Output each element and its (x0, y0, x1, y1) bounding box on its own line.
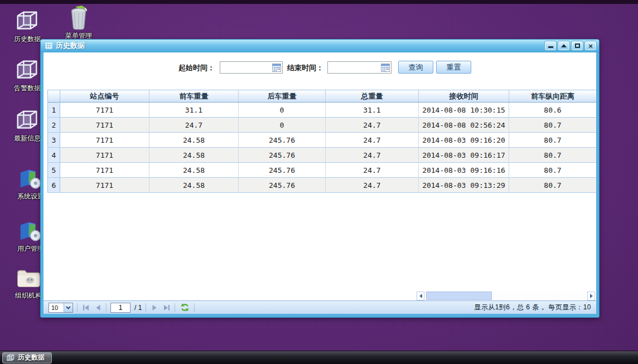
minimize-icon[interactable] (545, 41, 556, 50)
row-number-header (48, 90, 60, 102)
table-row[interactable]: 2 7171 24.7 0 24.7 2014-08-08 02:56:24 8… (48, 118, 596, 133)
cell-rear-weight: 0 (239, 103, 326, 117)
pagination-bar: 10 / 1 (44, 300, 596, 314)
end-time-label: 结束时间： (287, 63, 323, 73)
cell-station-id: 7171 (60, 148, 149, 162)
page-size-value: 10 (49, 303, 64, 312)
window-title: 历史数据 (56, 41, 85, 51)
desktop-icon-label: 历史数据 (14, 35, 41, 44)
row-number: 6 (48, 178, 60, 192)
row-number: 5 (48, 163, 60, 177)
row-number: 4 (48, 148, 60, 162)
row-number: 3 (48, 133, 60, 147)
horizontal-scrollbar (417, 292, 595, 300)
scrollbar-track[interactable] (424, 292, 587, 300)
cell-rear-weight: 245.76 (239, 178, 326, 192)
cell-receive-time: 2014-08-03 09:16:20 (419, 133, 509, 147)
cell-receive-time: 2014-08-03 09:16:16 (419, 163, 509, 177)
calendar-icon[interactable] (381, 64, 390, 72)
column-header[interactable]: 接收时间 (419, 90, 509, 102)
grid-header-row: 站点编号 前车重量 后车重量 总重量 接收时间 前车纵向距离 (48, 90, 596, 103)
start-time-label: 起始时间： (178, 63, 215, 73)
cell-front-distance: 80.7 (509, 118, 596, 132)
cell-station-id: 7171 (60, 133, 149, 147)
page-number-input[interactable] (110, 303, 130, 313)
cell-rear-weight: 245.76 (239, 163, 326, 177)
table-row[interactable]: 5 7171 24.58 245.76 24.7 2014-08-03 09:1… (48, 163, 596, 178)
cell-rear-weight: 245.76 (239, 133, 326, 147)
cell-total-weight: 24.7 (326, 163, 419, 177)
desktop-icon-label: 组织机构 (15, 291, 42, 300)
trash-icon (66, 5, 91, 31)
cell-front-distance: 80.6 (509, 103, 596, 117)
chevron-down-icon[interactable] (64, 303, 72, 312)
desktop-icon-label: 最新信息 (14, 134, 41, 143)
window-grid-icon (45, 42, 52, 49)
page-size-select[interactable]: 10 (49, 303, 73, 313)
refresh-icon[interactable] (179, 303, 190, 312)
first-page-icon[interactable] (81, 303, 90, 312)
scroll-right-icon[interactable] (587, 292, 595, 300)
end-time-input[interactable] (327, 61, 392, 74)
cube-icon (14, 57, 40, 83)
column-header[interactable]: 前车纵向距离 (509, 90, 596, 102)
collapse-icon[interactable] (558, 41, 569, 50)
search-form: 起始时间： (44, 61, 596, 74)
desktop-top-strip (0, 0, 638, 4)
cell-front-weight: 24.58 (149, 163, 239, 177)
cell-rear-weight: 0 (239, 118, 326, 132)
cell-front-distance: 80.7 (509, 133, 596, 147)
cell-total-weight: 24.7 (326, 118, 419, 132)
cell-front-distance: 80.7 (509, 148, 596, 162)
scroll-left-icon[interactable] (417, 292, 424, 300)
cell-total-weight: 24.7 (326, 178, 419, 192)
column-header[interactable]: 总重量 (326, 90, 419, 102)
close-icon[interactable]: × (585, 41, 596, 50)
row-number: 1 (48, 103, 60, 117)
calendar-icon[interactable] (272, 64, 281, 72)
data-grid: 站点编号 前车重量 后车重量 总重量 接收时间 前车纵向距离 1 7171 31… (47, 90, 596, 193)
cell-station-id: 7171 (60, 103, 149, 117)
reset-button[interactable]: 重置 (436, 61, 471, 74)
window-content: 起始时间： (44, 52, 596, 314)
cell-total-weight: 24.7 (326, 148, 419, 162)
query-button[interactable]: 查询 (398, 61, 433, 74)
cell-front-weight: 24.58 (149, 148, 239, 162)
table-row[interactable]: 4 7171 24.58 245.76 24.7 2014-08-03 09:1… (48, 148, 596, 163)
folder-icon (16, 265, 41, 290)
table-row[interactable]: 6 7171 24.58 245.76 24.7 2014-08-03 09:1… (48, 178, 596, 193)
cube-icon (6, 353, 15, 362)
maximize-icon[interactable] (572, 41, 583, 50)
prev-page-icon[interactable] (94, 303, 102, 312)
cell-rear-weight: 245.76 (239, 148, 326, 162)
cube-icon (14, 108, 40, 133)
cell-front-weight: 31.1 (149, 103, 239, 117)
cell-receive-time: 2014-08-08 02:56:24 (419, 118, 509, 132)
cell-station-id: 7171 (60, 163, 149, 177)
cell-station-id: 7171 (60, 178, 149, 192)
cell-receive-time: 2014-08-03 09:16:17 (419, 148, 509, 162)
history-data-window: 历史数据 × 起始时间： (40, 39, 600, 318)
next-page-icon[interactable] (150, 303, 158, 312)
table-row[interactable]: 1 7171 31.1 0 31.1 2014-08-08 10:30:15 8… (48, 103, 596, 118)
cell-front-distance: 80.7 (509, 163, 596, 177)
taskbar: 历史数据 (0, 351, 638, 364)
cell-receive-time: 2014-08-08 10:30:15 (419, 103, 509, 117)
window-titlebar[interactable]: 历史数据 × (41, 40, 599, 52)
cell-total-weight: 31.1 (326, 103, 419, 117)
scrollbar-thumb[interactable] (426, 292, 492, 300)
table-row[interactable]: 3 7171 24.58 245.76 24.7 2014-08-03 09:1… (48, 133, 596, 148)
cube-icon (14, 8, 40, 34)
column-header[interactable]: 站点编号 (60, 90, 149, 102)
desktop-icon-menu-manage[interactable]: 菜单管理 (56, 5, 101, 41)
column-header[interactable]: 后车重量 (239, 90, 326, 102)
cell-front-distance: 80.7 (509, 178, 596, 192)
taskbar-button-label: 历史数据 (18, 353, 45, 362)
taskbar-button-history-data[interactable]: 历史数据 (2, 352, 52, 363)
pager-summary: 显示从1到6，总 6 条 。每页显示：10 (474, 303, 591, 312)
column-header[interactable]: 前车重量 (149, 90, 239, 102)
cell-front-weight: 24.7 (149, 118, 239, 132)
last-page-icon[interactable] (162, 303, 171, 312)
start-time-input[interactable] (220, 61, 283, 74)
cell-front-weight: 24.58 (149, 178, 239, 192)
